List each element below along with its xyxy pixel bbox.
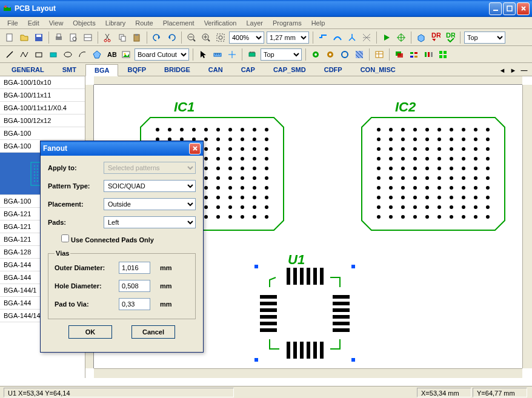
list-item[interactable]: BGA-100/11x11/X0.4 [0, 102, 85, 114]
tab-general[interactable]: GENERAL [2, 64, 53, 76]
selection-handle[interactable] [351, 358, 355, 362]
connected-pads-checkbox[interactable] [61, 234, 69, 242]
menu-placement[interactable]: Placement [158, 18, 199, 28]
list-item[interactable]: BGA-100/11x11 [0, 89, 85, 102]
menu-file[interactable]: File [2, 18, 23, 28]
menu-library[interactable]: Library [101, 18, 131, 28]
tab-cdfp[interactable]: CDFP [315, 64, 351, 76]
pattern-type-select[interactable]: SOIC/QUAD [104, 180, 196, 192]
rect-fill-tool[interactable] [47, 48, 60, 61]
tab-smt[interactable]: SMT [53, 64, 85, 76]
locate-button[interactable] [394, 31, 408, 44]
dialog-close-button[interactable] [189, 143, 201, 154]
line-tool[interactable] [3, 48, 16, 61]
route-fanout-button[interactable] [345, 31, 359, 44]
cancel-button[interactable]: Cancel [131, 325, 175, 339]
copy-button[interactable] [116, 31, 129, 44]
measure-tool[interactable] [211, 48, 224, 61]
ok-button[interactable]: OK [68, 325, 112, 339]
list-item[interactable]: BGA-100/12x12 [0, 114, 85, 127]
image-tool[interactable] [119, 48, 133, 61]
text-tool[interactable]: ABC [105, 48, 118, 61]
menu-edit[interactable]: Edit [23, 18, 44, 28]
tabs-scroll-right[interactable]: ► [508, 65, 519, 76]
drc-button[interactable]: DRC [429, 31, 442, 44]
menu-view[interactable]: View [44, 18, 68, 28]
run-button[interactable] [380, 31, 393, 44]
horizontal-scrollbar[interactable] [94, 368, 522, 378]
menu-verification[interactable]: Verification [199, 18, 242, 28]
vertical-scrollbar[interactable] [522, 85, 532, 368]
open-button[interactable] [18, 31, 31, 44]
polygon-tool[interactable] [90, 48, 104, 61]
list-item[interactable]: BGA-100 [0, 127, 85, 140]
titleblock-button[interactable] [81, 31, 95, 44]
show-hide-button[interactable] [422, 48, 435, 61]
copper-pour-tool[interactable] [353, 48, 366, 61]
net-classes-button[interactable] [407, 48, 421, 61]
ratsnest-button[interactable] [360, 31, 373, 44]
save-button[interactable] [32, 31, 45, 44]
new-button[interactable] [3, 31, 16, 44]
pads-select[interactable]: Left [104, 216, 196, 228]
pad-tool[interactable] [309, 48, 322, 61]
print-preview-button[interactable] [67, 31, 80, 44]
route-manual-button[interactable] [316, 31, 330, 44]
minimize-button[interactable] [489, 2, 502, 15]
tabs-close[interactable]: — [519, 65, 530, 76]
rect-tool[interactable] [32, 48, 45, 61]
placement-select[interactable]: Outside [104, 198, 196, 210]
shape-type-select[interactable]: Board Cutout [135, 48, 189, 61]
table-tool[interactable] [373, 48, 386, 61]
route-auto-button[interactable] [331, 31, 344, 44]
close-button[interactable] [517, 2, 530, 15]
menu-objects[interactable]: Objects [68, 18, 100, 28]
3d-preview-button[interactable] [414, 31, 428, 44]
selection-handle[interactable] [351, 265, 355, 268]
print-button[interactable] [52, 31, 65, 44]
layer-select[interactable]: Top [464, 32, 505, 44]
ellipse-tool[interactable] [61, 48, 75, 61]
erc-button[interactable]: DRC [444, 31, 457, 44]
zoom-select[interactable]: 400% [229, 32, 264, 44]
redo-button[interactable] [165, 31, 178, 44]
hole-diameter-input[interactable] [119, 280, 150, 292]
origin-tool[interactable] [225, 48, 239, 61]
mounting-hole-tool[interactable] [338, 48, 351, 61]
tab-bqfp[interactable]: BQFP [118, 64, 155, 76]
arc-tool[interactable] [76, 48, 89, 61]
menu-programs[interactable]: Programs [268, 18, 307, 28]
selection-handle[interactable] [254, 358, 258, 362]
menu-help[interactable]: Help [307, 18, 330, 28]
tab-con-misc[interactable]: CON_MISC [351, 64, 405, 76]
dialog-titlebar[interactable]: Fanout [41, 141, 203, 156]
route-layer-select[interactable]: Top [261, 48, 302, 61]
tabs-scroll-left[interactable]: ◄ [497, 65, 508, 76]
u1-component[interactable] [256, 267, 353, 360]
tab-bga[interactable]: BGA [85, 64, 118, 76]
pad-to-via-input[interactable] [119, 298, 150, 310]
grid-select[interactable]: 1,27 mm [267, 32, 309, 44]
menu-layer[interactable]: Layer [241, 18, 268, 28]
component-tool[interactable] [245, 48, 259, 61]
tab-can[interactable]: CAN [199, 64, 232, 76]
tab-cap[interactable]: CAP [232, 64, 264, 76]
via-tool[interactable] [324, 48, 337, 61]
zoom-in-button[interactable] [199, 31, 213, 44]
zoom-out-button[interactable] [185, 31, 198, 44]
tab-cap-smd[interactable]: CAP_SMD [264, 64, 315, 76]
menu-route[interactable]: Route [130, 18, 158, 28]
cut-button[interactable] [101, 31, 115, 44]
panelize-button[interactable] [436, 48, 450, 61]
tab-bridge[interactable]: BRIDGE [155, 64, 199, 76]
outer-diameter-input[interactable] [119, 262, 150, 274]
selection-handle[interactable] [254, 265, 258, 268]
maximize-button[interactable] [503, 2, 516, 15]
list-item[interactable]: BGA-100/10x10 [0, 76, 85, 89]
pointer-tool[interactable] [196, 48, 210, 61]
layer-display-button[interactable] [393, 48, 406, 61]
zoom-window-button[interactable] [214, 31, 227, 44]
undo-button[interactable] [150, 31, 164, 44]
polyline-tool[interactable] [18, 48, 31, 61]
paste-button[interactable] [130, 31, 144, 44]
